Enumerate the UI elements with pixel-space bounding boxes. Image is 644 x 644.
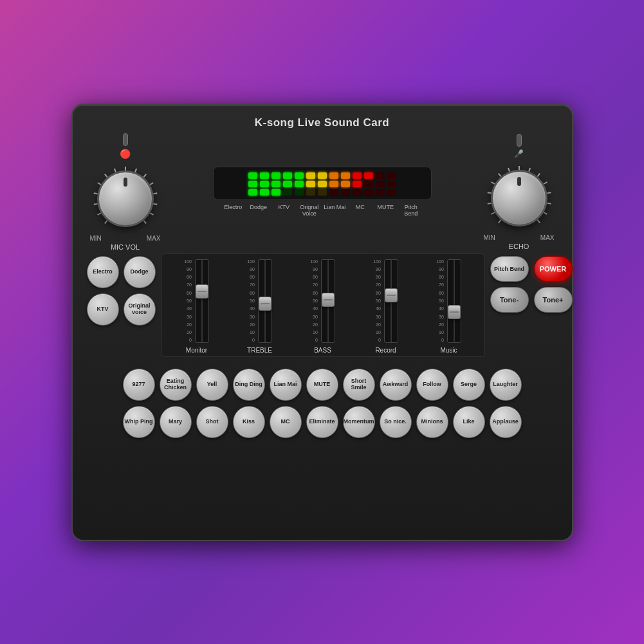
vu-label-lian-mai: Lian Mai <box>322 204 347 217</box>
vu-led <box>295 181 304 187</box>
monitor-fader-channel: 1009080706050403020100 Monitor <box>168 259 226 354</box>
btn-like[interactable]: Like <box>453 406 485 438</box>
svg-line-28 <box>544 212 547 214</box>
btn-serge[interactable]: Serge <box>453 369 485 401</box>
btn-yell[interactable]: Yell <box>196 369 228 401</box>
svg-line-20 <box>498 173 501 176</box>
btn-momentum[interactable]: Momentum <box>343 406 375 438</box>
btn-mute[interactable]: MUTE <box>306 369 338 401</box>
btn-awkward[interactable]: Awkward <box>380 369 412 401</box>
tone-minus-button[interactable]: Tone- <box>490 287 529 313</box>
vu-led <box>271 172 281 179</box>
dodge-button[interactable]: Dodge <box>124 256 156 288</box>
monitor-fader-handle[interactable] <box>196 284 208 299</box>
music-scale-numbers: 1009080706050403020100 <box>436 259 445 343</box>
svg-line-3 <box>93 193 97 194</box>
left-btn-row-1: Electro Dodge <box>87 256 156 288</box>
monitor-fader-label: Monitor <box>186 347 207 354</box>
treble-fader-handle[interactable] <box>259 297 271 311</box>
mic-vol-knob-wrapper <box>90 163 161 234</box>
btn-mary[interactable]: Mary <box>160 406 192 438</box>
svg-line-12 <box>153 203 157 204</box>
original-voice-button[interactable]: Original voice <box>124 293 156 326</box>
vu-led <box>376 189 385 196</box>
btn-laughter[interactable]: Laughter <box>490 369 522 401</box>
music-fader-handle[interactable] <box>448 305 461 319</box>
treble-fader-scale: 1009080706050403020100 <box>247 259 272 343</box>
record-fader-channel: 1009080706050403020100 Record <box>357 259 415 354</box>
svg-line-26 <box>547 192 551 193</box>
faders-row: 1009080706050403020100 Monitor 100908070… <box>168 259 478 354</box>
vu-led <box>248 181 257 187</box>
button-row-2: Whip Ping Mary Shot Kiss MC Eliminate Mo… <box>87 406 558 438</box>
mic-vol-knob[interactable] <box>97 170 154 227</box>
btn-applause[interactable]: Applause <box>490 406 522 438</box>
mic-vol-knob-area: 🔴 <box>87 133 164 251</box>
left-btn-row-2: KTV Original voice <box>87 293 156 326</box>
btn-eliminate[interactable]: Eliminate <box>306 406 338 438</box>
tone-plus-button[interactable]: Tone+ <box>534 287 573 313</box>
svg-line-19 <box>491 182 494 184</box>
electro-button[interactable]: Electro <box>87 256 119 288</box>
vu-led <box>364 172 373 179</box>
echo-label: ECHO <box>509 243 529 250</box>
bass-scale-numbers: 1009080706050403020100 <box>310 259 319 343</box>
btn-9277[interactable]: 9277 <box>123 369 155 401</box>
vu-meter-area: Electro Dodge KTV Orignal Voice Lian Mai… <box>170 167 474 217</box>
vu-led <box>364 181 373 187</box>
vu-led <box>271 189 281 196</box>
btn-shot[interactable]: Shot <box>196 406 228 438</box>
vu-led <box>248 172 257 179</box>
bass-fader-label: BASS <box>314 347 331 354</box>
echo-knob[interactable] <box>491 170 547 226</box>
vu-led <box>318 181 327 187</box>
btn-whip-ping[interactable]: Whip Ping <box>123 406 155 438</box>
svg-line-6 <box>114 169 115 172</box>
vu-led <box>295 172 304 179</box>
button-grid: 9277 Eating Chicken Yell Ding Ding Lian … <box>87 369 558 438</box>
vu-led <box>306 172 315 179</box>
bass-fader-handle[interactable] <box>322 293 335 307</box>
svg-line-10 <box>150 183 153 185</box>
echo-knob-area: 🎤 <box>481 134 558 250</box>
left-mode-buttons: Electro Dodge KTV Original voice <box>87 256 156 326</box>
btn-ding-ding[interactable]: Ding Ding <box>233 369 265 401</box>
music-fader-label: Music <box>440 347 457 354</box>
vu-led <box>376 181 385 187</box>
vu-led <box>353 181 362 187</box>
svg-line-13 <box>150 213 153 215</box>
svg-line-15 <box>498 219 501 223</box>
knob-left-minmax: MIN MAX <box>90 235 161 242</box>
btn-short-smile[interactable]: Short Smile <box>343 369 375 401</box>
right-jack-icon <box>517 134 522 147</box>
treble-fader-track <box>258 259 272 343</box>
record-fader-handle[interactable] <box>385 288 398 302</box>
btn-kiss[interactable]: Kiss <box>233 406 265 438</box>
svg-line-18 <box>487 192 491 193</box>
btn-minions[interactable]: Minions <box>416 406 448 438</box>
vu-led <box>353 172 362 179</box>
btn-lian-mai[interactable]: Lian Mai <box>270 369 302 401</box>
btn-so-nice[interactable]: So nice. <box>380 406 412 438</box>
vu-led <box>329 181 338 187</box>
vu-labels: Electro Dodge KTV Orignal Voice Lian Mai… <box>213 204 432 217</box>
record-fader-scale: 1009080706050403020100 <box>373 259 398 343</box>
btn-follow[interactable]: Follow <box>416 369 448 401</box>
btn-mc[interactable]: MC <box>270 406 302 438</box>
vu-meter-container <box>213 167 432 200</box>
svg-line-0 <box>104 220 107 223</box>
pitch-bend-button[interactable]: Pitch Bend <box>490 256 529 282</box>
svg-line-29 <box>537 219 540 223</box>
vu-led <box>318 189 327 196</box>
vu-row-1 <box>221 172 423 179</box>
monitor-fader-track <box>195 259 209 343</box>
vu-led <box>341 172 350 179</box>
power-button[interactable]: POWER <box>534 256 573 282</box>
tone-row: Tone- Tone+ <box>490 287 573 313</box>
vu-led <box>387 172 396 179</box>
fader-section: 1009080706050403020100 Monitor 100908070… <box>161 253 485 357</box>
ktv-button[interactable]: KTV <box>87 293 119 326</box>
music-fader-channel: 1009080706050403020100 Music <box>420 259 478 354</box>
monitor-fader-line <box>201 260 203 342</box>
btn-eating-chicken[interactable]: Eating Chicken <box>160 369 192 401</box>
